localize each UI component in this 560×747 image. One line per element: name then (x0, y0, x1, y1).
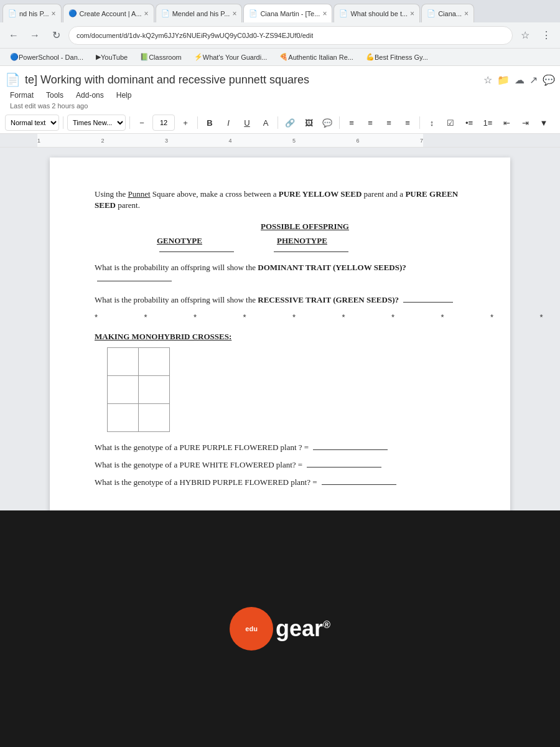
align-center-button[interactable]: ≡ (362, 115, 378, 131)
tab-3[interactable]: 📄 Mendel and his P... × (156, 4, 243, 22)
star-icon[interactable]: ☆ (483, 74, 492, 86)
q1-text: What is the probability an offspring wil… (95, 263, 406, 272)
bookmark-powerschool[interactable]: 🔵 PowerSchool - Dan... (5, 52, 88, 62)
font-increase-btn[interactable]: + (177, 115, 194, 131)
tab-2-close[interactable]: × (144, 9, 149, 18)
numbered-list-button[interactable]: 1≡ (480, 115, 496, 131)
genotype-phenotype-row: GENOTYPE PHENOTYPE (157, 235, 465, 247)
font-dropdown[interactable]: Times New... (67, 115, 126, 131)
tab-1[interactable]: 📄 nd his P... × (2, 4, 62, 22)
tab-2-label: Create Account | A... (80, 10, 142, 17)
q3-section: What is the genotype of a PURE PURPLE FL… (95, 442, 465, 453)
align-left-button[interactable]: ≡ (343, 115, 360, 131)
url-bar[interactable]: com/document/d/1dv-kQ2ym6JJYz6NUEiRy9wUQ… (68, 26, 513, 45)
checklist-button[interactable]: ☑ (442, 115, 459, 131)
cell-21[interactable] (139, 403, 170, 431)
line-spacing-button[interactable]: ↕ (424, 115, 440, 131)
punnet-underline: Punnet (128, 189, 150, 199)
font-decrease-btn[interactable]: − (134, 115, 150, 131)
cell-20[interactable] (108, 403, 139, 431)
classroom-label: Classroom (149, 54, 182, 61)
menu-tools[interactable]: Tools (41, 90, 68, 101)
tab-6-close[interactable]: × (464, 9, 469, 18)
bullet-list-button[interactable]: •≡ (461, 115, 477, 131)
strikethrough-button[interactable]: A (258, 115, 274, 131)
ruler-marks: 1 2 3 4 5 6 7 (37, 138, 423, 144)
bottom-area: edu gear® (0, 510, 560, 747)
youtube-label: YouTube (101, 54, 128, 61)
tab-6[interactable]: 📄 Ciana... × (421, 4, 474, 22)
genotype-answer[interactable] (159, 251, 234, 252)
back-button[interactable]: ← (5, 27, 22, 44)
bookmarks-bar: 🔵 PowerSchool - Dan... ▶ YouTube 📗 Class… (0, 49, 560, 66)
tab-4[interactable]: 📄 Ciana Martin - [Te... × (243, 4, 332, 22)
indent-increase-button[interactable]: ⇥ (517, 115, 533, 131)
bookmark-guardian[interactable]: ⚡ What's Your Guardi... (189, 52, 273, 62)
q2-bold: RECESSIVE TRAIT (GREEN SEEDS)? (258, 295, 399, 304)
menu-format[interactable]: Format (5, 90, 39, 101)
fitness-icon: 💪 (366, 53, 375, 61)
bookmark-youtube[interactable]: ▶ YouTube (91, 52, 133, 62)
menu-addons[interactable]: Add-ons (71, 90, 109, 101)
q4-answer[interactable] (307, 467, 381, 467)
ruler-inner: 1 2 3 4 5 6 7 (0, 134, 560, 147)
forward-button[interactable]: → (26, 27, 44, 44)
comment-tb-button[interactable]: 💬 (319, 115, 335, 131)
more-options-button[interactable]: ▼ (536, 115, 552, 131)
q4-text: What is the genotype of a PURE WHITE FLO… (95, 460, 302, 469)
youtube-icon: ▶ (96, 53, 101, 61)
align-right-button[interactable]: ≡ (381, 115, 397, 131)
fitness-label: Best Fitness Gy... (375, 54, 428, 61)
tab-4-close[interactable]: × (322, 9, 327, 18)
bookmark-star-button[interactable]: ☆ (516, 27, 534, 44)
tab-bar: 📄 nd his P... × 🔵 Create Account | A... … (0, 0, 560, 22)
underline-button[interactable]: U (239, 115, 255, 131)
bookmark-classroom[interactable]: 📗 Classroom (135, 52, 187, 62)
cell-01[interactable] (139, 347, 170, 375)
q1-answer[interactable] (97, 281, 172, 281)
menu-help[interactable]: Help (111, 90, 137, 101)
tab-2[interactable]: 🔵 Create Account | A... × (63, 4, 154, 22)
guardian-label: What's Your Guardi... (203, 54, 268, 61)
link-button[interactable]: 🔗 (282, 115, 298, 131)
ruler: 1 2 3 4 5 6 7 (0, 134, 560, 148)
cell-11[interactable] (139, 375, 170, 403)
comment-icon[interactable]: 💬 (543, 74, 555, 86)
q5-answer[interactable] (322, 484, 396, 485)
bookmark-italian[interactable]: 🍕 Authentic Italian Re... (274, 52, 358, 62)
monohybrid-row-1 (108, 347, 170, 375)
menu-button[interactable]: ⋮ (538, 27, 555, 44)
doc-title[interactable]: te] Working with dominant and recessive … (25, 73, 478, 87)
style-dropdown[interactable]: Normal text (5, 115, 59, 131)
reg-mark: ® (323, 619, 330, 630)
tab-3-close[interactable]: × (232, 9, 236, 18)
tab-6-label: Ciana... (438, 10, 462, 17)
monohybrid-row-3 (108, 403, 170, 431)
monohybrid-grid-area (95, 347, 465, 432)
bold-button[interactable]: B (202, 115, 218, 131)
bookmark-fitness[interactable]: 💪 Best Fitness Gy... (361, 52, 433, 62)
italic-button[interactable]: I (220, 115, 236, 131)
image-button[interactable]: 🖼 (301, 115, 317, 131)
font-size-input[interactable] (152, 115, 175, 131)
q2-answer[interactable] (403, 302, 453, 303)
document-page[interactable]: Using the Punnet Square above, make a cr… (50, 157, 510, 510)
phenotype-answer[interactable] (274, 251, 348, 252)
indent-decrease-button[interactable]: ⇤ (498, 115, 515, 131)
q3-text: What is the genotype of a PURE PURPLE FL… (95, 443, 309, 452)
docs-icon: 📄 (5, 72, 20, 87)
folder-icon[interactable]: 📁 (497, 74, 510, 86)
q3-answer[interactable] (313, 449, 388, 450)
cell-10[interactable] (108, 375, 139, 403)
expand-icon[interactable]: ↗ (530, 74, 538, 86)
align-justify-button[interactable]: ≡ (399, 115, 416, 131)
doc-page[interactable]: Using the Punnet Square above, make a cr… (0, 148, 560, 510)
tab-4-label: Ciana Martin - [Te... (260, 10, 320, 17)
tab-1-close[interactable]: × (52, 9, 56, 18)
cell-00[interactable] (108, 347, 139, 375)
tab-5[interactable]: 📄 What should be t... × (334, 4, 420, 22)
tab-5-close[interactable]: × (410, 9, 414, 18)
reload-button[interactable]: ↻ (47, 27, 65, 44)
tab-1-label: nd his P... (19, 10, 49, 17)
doc-title-row: 📄 te] Working with dominant and recessiv… (5, 68, 555, 88)
